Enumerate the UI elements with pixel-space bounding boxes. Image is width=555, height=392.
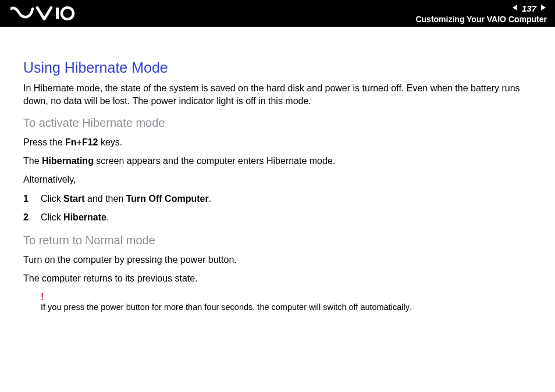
warning-icon: ! bbox=[41, 293, 532, 302]
key-fn: Fn bbox=[65, 137, 77, 147]
step-number: 1 bbox=[23, 191, 31, 206]
text: Click bbox=[41, 212, 63, 222]
page-heading: Using Hibernate Mode bbox=[23, 59, 532, 76]
vaio-logo-svg bbox=[10, 6, 74, 20]
step-number: 2 bbox=[23, 210, 31, 225]
step-text: Click Hibernate. bbox=[41, 210, 109, 225]
header-bar: 137 Customizing Your VAIO Computer bbox=[0, 0, 555, 27]
section-title: Customizing Your VAIO Computer bbox=[415, 15, 547, 24]
vaio-logo bbox=[10, 6, 74, 20]
page-navigation: 137 bbox=[415, 3, 547, 13]
text: + bbox=[77, 137, 82, 147]
text: screen appears and the computer enters H… bbox=[94, 156, 335, 166]
step-text: Click Start and then Turn Off Computer. bbox=[41, 191, 211, 206]
return-line-1: Turn on the computer by pressing the pow… bbox=[23, 253, 532, 267]
prev-page-arrow-icon[interactable] bbox=[511, 3, 518, 13]
intro-paragraph: In Hibernate mode, the state of the syst… bbox=[23, 82, 532, 107]
press-keys-line: Press the Fn+F12 keys. bbox=[23, 136, 532, 149]
text: keys. bbox=[98, 137, 123, 147]
text: and then bbox=[85, 194, 126, 204]
return-line-2: The computer returns to its previous sta… bbox=[23, 272, 532, 286]
turnoff-word: Turn Off Computer bbox=[126, 194, 209, 204]
hibernate-word: Hibernate bbox=[63, 212, 106, 222]
warning-note: ! If you press the power button for more… bbox=[23, 293, 532, 313]
text: Press the bbox=[23, 137, 65, 147]
step-1: 1 Click Start and then Turn Off Computer… bbox=[23, 191, 532, 206]
text: Click bbox=[41, 194, 63, 204]
page-content: Using Hibernate Mode In Hibernate mode, … bbox=[0, 27, 555, 313]
subheading-activate: To activate Hibernate mode bbox=[23, 116, 532, 130]
subheading-return: To return to Normal mode bbox=[23, 234, 532, 247]
header-right: 137 Customizing Your VAIO Computer bbox=[415, 3, 547, 24]
hibernating-word: Hibernating bbox=[42, 156, 94, 166]
svg-point-1 bbox=[62, 8, 73, 19]
text: . bbox=[106, 212, 109, 222]
svg-rect-0 bbox=[56, 8, 59, 19]
warning-text: If you press the power button for more t… bbox=[41, 302, 532, 313]
key-f12: F12 bbox=[82, 137, 98, 147]
next-page-arrow-icon[interactable] bbox=[540, 3, 547, 13]
text: . bbox=[209, 194, 211, 204]
hibernating-line: The Hibernating screen appears and the c… bbox=[23, 154, 532, 168]
start-word: Start bbox=[63, 194, 84, 204]
step-2: 2 Click Hibernate. bbox=[23, 210, 532, 225]
text: The bbox=[23, 156, 42, 166]
page-number: 137 bbox=[522, 3, 536, 13]
alternatively-line: Alternatively, bbox=[23, 173, 532, 187]
